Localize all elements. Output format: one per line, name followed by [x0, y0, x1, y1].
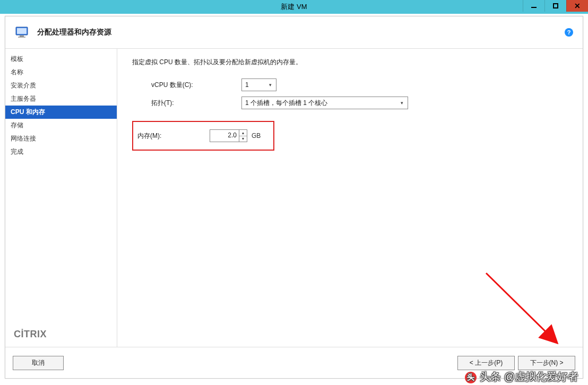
dialog-title: 分配处理器和内存资源: [37, 28, 111, 37]
sidebar-item-cpu-memory[interactable]: CPU 和内存: [5, 106, 117, 119]
watermark-text: 头条 @虚拟化爱好者: [480, 371, 578, 382]
monitor-icon: [15, 26, 30, 39]
minimize-button[interactable]: [523, 0, 544, 12]
title-bar: 新建 VM ✕: [0, 0, 588, 14]
watermark-logo-icon: 头: [465, 372, 477, 383]
help-icon[interactable]: ?: [565, 28, 573, 37]
sidebar-item-name[interactable]: 名称: [5, 66, 117, 79]
wizard-dialog: 分配处理器和内存资源 ? 模板 名称 安装介质 主服务器 CPU 和内存 存储 …: [5, 16, 583, 379]
vcpu-value: 1: [245, 81, 249, 89]
memory-stepper[interactable]: 2.0 ▲ ▼: [210, 129, 247, 142]
sidebar-item-install-media[interactable]: 安装介质: [5, 79, 117, 92]
sidebar-item-networking[interactable]: 网络连接: [5, 132, 117, 145]
vcpu-label: vCPU 数量(C):: [132, 81, 241, 90]
svg-rect-1: [17, 28, 27, 34]
memory-value[interactable]: 2.0: [210, 130, 239, 142]
sidebar-item-finish[interactable]: 完成: [5, 145, 117, 159]
watermark: 头头条 @虚拟化爱好者: [465, 370, 578, 384]
memory-label: 内存(M):: [137, 132, 205, 141]
chevron-down-icon: ▾: [399, 100, 404, 106]
memory-unit: GB: [252, 132, 261, 139]
vcpu-select[interactable]: 1 ▾: [241, 78, 276, 91]
topology-label: 拓扑(T):: [132, 99, 241, 108]
wizard-sidebar: 模板 名称 安装介质 主服务器 CPU 和内存 存储 网络连接 完成 CİTRI…: [5, 48, 117, 347]
memory-highlight-box: 内存(M): 2.0 ▲ ▼ GB: [132, 121, 274, 151]
spin-down-icon[interactable]: ▼: [239, 136, 247, 142]
sidebar-item-storage[interactable]: 存储: [5, 119, 117, 132]
close-button[interactable]: ✕: [566, 0, 588, 12]
chevron-down-icon: ▾: [267, 82, 273, 88]
sidebar-item-template[interactable]: 模板: [5, 52, 117, 66]
previous-button[interactable]: < 上一步(P): [457, 356, 515, 370]
spin-up-icon[interactable]: ▲: [239, 130, 247, 136]
content-description: 指定虚拟 CPU 数量、拓扑以及要分配给新虚拟机的内存量。: [132, 58, 568, 67]
svg-rect-2: [20, 36, 24, 37]
sidebar-item-home-server[interactable]: 主服务器: [5, 92, 117, 106]
svg-rect-3: [18, 37, 25, 38]
topology-select[interactable]: 1 个插槽，每个插槽 1 个核心 ▾: [241, 97, 408, 109]
next-button[interactable]: 下一步(N) >: [518, 356, 575, 370]
citrix-brand: CİTRIX: [14, 329, 47, 340]
maximize-button[interactable]: [544, 0, 566, 12]
window-title: 新建 VM: [0, 2, 588, 12]
topology-value: 1 个插槽，每个插槽 1 个核心: [245, 99, 327, 108]
cancel-button[interactable]: 取消: [13, 356, 64, 370]
wizard-content: 指定虚拟 CPU 数量、拓扑以及要分配给新虚拟机的内存量。 vCPU 数量(C)…: [117, 48, 583, 347]
dialog-header: 分配处理器和内存资源 ?: [5, 16, 583, 49]
